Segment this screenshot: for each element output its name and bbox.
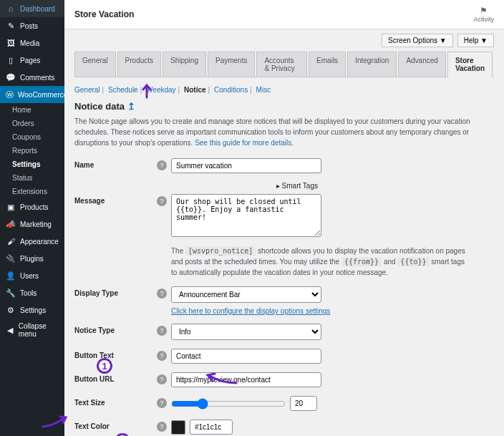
sidebar-sub-coupons[interactable]: Coupons	[0, 130, 64, 144]
gear-icon: ⚙	[6, 305, 16, 315]
sidebar-item-users[interactable]: 👤Users	[0, 267, 64, 284]
dashboard-icon: ⌂	[6, 4, 16, 14]
sidebar-item-label: Products	[20, 203, 48, 211]
sidebar-item-dashboard[interactable]: ⌂Dashboard	[0, 0, 64, 17]
name-input[interactable]	[171, 158, 321, 173]
section-description: The Notice page allows you to create and…	[74, 116, 494, 148]
subtab-schedule[interactable]: Schedule	[108, 86, 138, 94]
message-hint: The [wsvpro_notice] shortcode allows you…	[171, 246, 472, 278]
sidebar-item-label: WooCommerce	[18, 91, 67, 99]
tab-shipping[interactable]: Shipping	[163, 52, 206, 77]
sidebar-sub-status[interactable]: Status	[0, 171, 64, 185]
button-text-input[interactable]	[171, 349, 321, 364]
sidebar-item-label: Marketing	[20, 221, 52, 228]
sidebar-sub-settings[interactable]: Settings	[0, 158, 64, 171]
help-icon[interactable]: ?	[157, 422, 167, 432]
sidebar-sub-extensions[interactable]: Extensions	[0, 185, 64, 198]
flag-icon: ⚑	[473, 6, 494, 16]
subtab-general[interactable]: General	[74, 86, 100, 94]
sidebar-item-collapse[interactable]: ◀Collapse menu	[0, 319, 64, 341]
tab-products[interactable]: Products	[117, 52, 161, 77]
sidebar-item-label: Plugins	[20, 255, 44, 263]
sidebar-item-appearance[interactable]: 🖌Appearance	[0, 233, 64, 250]
sidebar-sub-reports[interactable]: Reports	[0, 144, 64, 158]
tab-payments[interactable]: Payments	[208, 52, 255, 77]
subtab-notice[interactable]: Notice	[184, 86, 206, 94]
help-icon[interactable]: ?	[157, 374, 167, 384]
help-icon[interactable]: ?	[157, 326, 167, 336]
sidebar-item-tools[interactable]: 🔧Tools	[0, 284, 64, 301]
notice-type-select[interactable]: Info	[171, 324, 321, 340]
sidebar-item-label: Pages	[20, 57, 40, 64]
page-title: Store Vacation	[74, 9, 134, 19]
tab-integration[interactable]: Integration	[347, 52, 397, 77]
sidebar-item-pages[interactable]: ▯Pages	[0, 52, 64, 69]
text-color-swatch[interactable]	[171, 420, 185, 435]
annotation-circle-1: 1	[97, 358, 112, 374]
brush-icon: 🖌	[6, 236, 16, 246]
notice-type-label: Notice Type	[74, 324, 157, 334]
back-arrow-icon[interactable]: ↥	[127, 101, 135, 112]
help-button[interactable]: Help ▼	[457, 34, 494, 47]
smart-tags-toggle[interactable]: ▸ Smart Tags	[74, 182, 318, 190]
sidebar-item-plugins[interactable]: 🔌Plugins	[0, 250, 64, 267]
display-config-link[interactable]: Click here to configure the display opti…	[171, 307, 330, 315]
guide-link[interactable]: See this guide for more details.	[195, 139, 294, 147]
screen-options-label: Screen Options	[388, 37, 437, 44]
products-icon: ▣	[6, 202, 16, 212]
sidebar-item-woocommerce[interactable]: ⓦWooCommerce	[0, 86, 64, 103]
section-heading: Notice data ↥	[74, 101, 494, 112]
sidebar-item-label: Appearance	[20, 238, 59, 246]
sidebar-item-label: Media	[20, 39, 39, 47]
subtab-misc[interactable]: Misc	[256, 86, 271, 94]
sidebar-item-posts[interactable]: ✎Posts	[0, 17, 64, 34]
subtab-weekday[interactable]: Weekday	[146, 86, 176, 94]
button-url-label: Button URL	[74, 372, 157, 383]
comment-icon: 💬	[6, 72, 16, 82]
sidebar-item-marketing[interactable]: 📣Marketing	[0, 215, 64, 233]
sidebar-item-label: Comments	[20, 74, 54, 82]
sidebar-item-comments[interactable]: 💬Comments	[0, 69, 64, 86]
subtab-conditions[interactable]: Conditions	[214, 86, 248, 94]
sidebar-item-media[interactable]: 🖼Media	[0, 34, 64, 52]
help-icon[interactable]: ?	[157, 160, 167, 170]
display-type-select[interactable]: Announcement Bar	[171, 286, 321, 303]
topbar: Store Vacation ⚑ Activity	[64, 0, 504, 29]
sidebar-item-products[interactable]: ▣Products	[0, 198, 64, 215]
sidebar-item-label: Settings	[20, 306, 46, 314]
sidebar-sub-home[interactable]: Home	[0, 103, 64, 117]
page-icon: ▯	[6, 55, 16, 65]
tab-accounts[interactable]: Accounts & Privacy	[256, 52, 307, 77]
help-icon[interactable]: ?	[157, 196, 167, 206]
sidebar-sub-orders[interactable]: Orders	[0, 117, 64, 130]
screen-options-button[interactable]: Screen Options ▼	[382, 34, 453, 47]
plugin-icon: 🔌	[6, 253, 16, 263]
sidebar-item-label: Collapse menu	[19, 322, 59, 338]
marketing-icon: 📣	[6, 219, 16, 229]
activity-label: Activity	[473, 16, 494, 23]
text-size-input[interactable]	[290, 396, 317, 411]
wrench-icon: 🔧	[6, 288, 16, 298]
help-icon[interactable]: ?	[157, 351, 167, 361]
media-icon: 🖼	[6, 38, 16, 48]
help-icon[interactable]: ?	[157, 398, 167, 408]
tab-store-vacation[interactable]: Store Vacation	[447, 52, 493, 77]
button-url-input[interactable]	[171, 372, 321, 387]
tab-advanced[interactable]: Advanced	[398, 52, 445, 77]
tab-general[interactable]: General	[74, 52, 116, 77]
activity-widget[interactable]: ⚑ Activity	[473, 6, 494, 23]
text-color-input[interactable]	[190, 420, 233, 435]
settings-tabs: General Products Shipping Payments Accou…	[74, 52, 494, 77]
sidebar-item-label: Posts	[20, 22, 38, 30]
sidebar-item-settings[interactable]: ⚙Settings	[0, 301, 64, 319]
sidebar-item-label: Tools	[20, 289, 37, 297]
user-icon: 👤	[6, 271, 16, 281]
tab-emails[interactable]: Emails	[309, 52, 346, 77]
text-size-slider[interactable]	[171, 398, 286, 410]
pin-icon: ✎	[6, 21, 16, 31]
subtabs: General| Schedule| Weekday| Notice| Cond…	[74, 83, 494, 101]
message-textarea[interactable]: Our shop will be closed until {{to}}. En…	[171, 194, 321, 237]
display-type-label: Display Type	[74, 286, 157, 297]
sidebar-item-label: Users	[20, 272, 39, 280]
help-icon[interactable]: ?	[157, 289, 167, 299]
